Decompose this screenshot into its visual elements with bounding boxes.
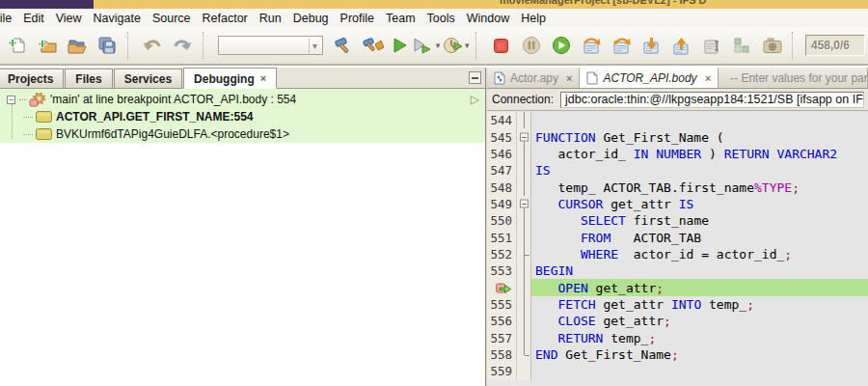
- menu-edit[interactable]: Edit: [17, 11, 50, 26]
- fold-margin[interactable]: [517, 112, 531, 128]
- line-number[interactable]: 553: [487, 262, 517, 279]
- configuration-combobox[interactable]: ▾: [218, 36, 323, 55]
- menu-run[interactable]: Run: [254, 11, 287, 26]
- tree-frame-label[interactable]: ACTOR_API.GET_FIRST_NAME:554: [52, 110, 254, 124]
- fold-margin[interactable]: [517, 296, 531, 313]
- step-over-button[interactable]: [578, 31, 606, 60]
- connection-field[interactable]: jdbc:oracle:thin:@//lkpgseapp184:1521/SB…: [560, 92, 864, 108]
- line-number[interactable]: 549: [487, 196, 517, 212]
- tree-expand-toggle[interactable]: −: [7, 96, 15, 104]
- tab-files[interactable]: Files: [65, 69, 112, 88]
- code-text[interactable]: RETURN temp_;: [531, 329, 868, 345]
- code-text[interactable]: OPEN get_attr;: [531, 279, 868, 295]
- fold-margin[interactable]: [517, 279, 531, 295]
- fold-margin[interactable]: [517, 146, 531, 162]
- run-to-cursor-button[interactable]: [698, 31, 726, 60]
- clean-build-button[interactable]: [359, 31, 387, 60]
- menu-window[interactable]: Window: [461, 11, 515, 26]
- menu-help[interactable]: Help: [515, 11, 552, 26]
- fold-margin[interactable]: [517, 246, 531, 262]
- line-number[interactable]: 558: [487, 346, 517, 363]
- save-all-button[interactable]: [94, 31, 122, 60]
- fold-margin[interactable]: −: [517, 128, 531, 145]
- line-number[interactable]: 548: [487, 179, 517, 195]
- close-icon[interactable]: ×: [566, 72, 572, 84]
- new-project-button[interactable]: [33, 31, 61, 60]
- line-number[interactable]: 555: [487, 296, 517, 313]
- editor-tab-actor-apy[interactable]: Actor.apy ×: [487, 68, 580, 88]
- menu-team[interactable]: Team: [380, 11, 421, 26]
- memory-meter[interactable]: 458,0/6: [805, 35, 865, 56]
- profile-project-button[interactable]: ▾: [442, 31, 470, 60]
- undo-button[interactable]: [139, 31, 167, 60]
- code-text[interactable]: FROM ACTOR_TAB: [531, 229, 868, 245]
- menu-refactor[interactable]: Refactor: [197, 11, 254, 26]
- take-gui-snapshot-button[interactable]: [758, 31, 786, 60]
- code-text[interactable]: FUNCTION Get_First_Name (: [531, 128, 868, 145]
- line-number[interactable]: 545: [487, 128, 517, 145]
- line-number[interactable]: 544: [487, 112, 517, 128]
- open-project-button[interactable]: [63, 31, 91, 60]
- fold-margin[interactable]: −: [517, 196, 531, 212]
- fold-margin[interactable]: [517, 313, 531, 329]
- code-text[interactable]: WHERE actor_id = actor_id_;: [531, 246, 868, 262]
- tree-row-frame[interactable]: ACTOR_API.GET_FIRST_NAME:554: [0, 108, 485, 125]
- tab-debugging[interactable]: Debugging ×: [183, 68, 277, 89]
- editor-tab-sql-console[interactable]: -- Enter values for your param: [719, 68, 868, 88]
- fold-margin[interactable]: [517, 229, 531, 245]
- continue-button[interactable]: [548, 31, 576, 60]
- build-button[interactable]: [329, 31, 357, 60]
- close-icon[interactable]: ×: [705, 72, 711, 84]
- line-number[interactable]: 551: [487, 229, 517, 245]
- tree-row-frame[interactable]: BVKUrmf6dTAPig4GuieDLFA.<procedure$1>: [0, 125, 485, 143]
- menu-navigate[interactable]: Navigate: [88, 11, 147, 26]
- fold-collapse-icon[interactable]: −: [520, 200, 529, 208]
- fold-collapse-icon[interactable]: −: [520, 133, 529, 142]
- menu-file[interactable]: File: [0, 11, 17, 26]
- code-text[interactable]: CLOSE get_attr;: [531, 313, 868, 329]
- close-icon[interactable]: ×: [260, 73, 266, 84]
- fold-margin[interactable]: [517, 346, 531, 363]
- line-number[interactable]: 550: [487, 212, 517, 229]
- line-number[interactable]: 556: [487, 313, 517, 329]
- line-number[interactable]: 552: [487, 246, 517, 262]
- redo-button[interactable]: [169, 31, 197, 60]
- run-project-button[interactable]: [389, 31, 409, 60]
- line-number[interactable]: 559: [487, 363, 517, 379]
- minimize-panel-button[interactable]: [469, 71, 481, 84]
- code-text[interactable]: [531, 363, 868, 379]
- line-number[interactable]: 557: [487, 329, 517, 345]
- code-text[interactable]: BEGIN: [531, 262, 868, 279]
- current-line-gutter[interactable]: [487, 279, 517, 295]
- code-text[interactable]: FETCH get_attr INTO temp_;: [531, 296, 868, 313]
- code-text[interactable]: [531, 112, 868, 128]
- apply-code-changes-button[interactable]: [728, 31, 756, 60]
- step-out-button[interactable]: [667, 31, 695, 60]
- menu-view[interactable]: View: [50, 11, 88, 26]
- finish-debugger-button[interactable]: [487, 31, 515, 60]
- step-over-expression-button[interactable]: [608, 31, 636, 60]
- debug-project-button[interactable]: ▾: [412, 31, 441, 60]
- line-number[interactable]: 547: [487, 162, 517, 179]
- code-editor[interactable]: 544545−FUNCTION Get_First_Name (546 acto…: [487, 111, 868, 386]
- step-into-button[interactable]: [637, 31, 665, 60]
- line-number[interactable]: 546: [487, 146, 517, 162]
- code-text[interactable]: CURSOR get_attr IS: [531, 196, 868, 212]
- menu-profile[interactable]: Profile: [335, 11, 380, 26]
- fold-margin[interactable]: [517, 162, 531, 179]
- menu-debug[interactable]: Debug: [287, 11, 335, 26]
- pause-button[interactable]: [517, 31, 545, 60]
- fold-margin[interactable]: [517, 179, 531, 195]
- fold-margin[interactable]: [517, 363, 531, 379]
- tab-projects[interactable]: Projects: [0, 69, 64, 88]
- fold-margin[interactable]: [517, 212, 531, 229]
- tree-root-label[interactable]: 'main' at line breakpoint ACTOR_API.body…: [46, 93, 296, 106]
- code-text[interactable]: END Get_First_Name;: [531, 346, 868, 363]
- code-text[interactable]: actor_id_ IN NUMBER ) RETURN VARCHAR2: [531, 146, 868, 162]
- code-text[interactable]: temp_ ACTOR_TAB.first_name%TYPE;: [531, 179, 868, 195]
- code-text[interactable]: SELECT first_name: [531, 212, 868, 229]
- tree-frame-label[interactable]: BVKUrmf6dTAPig4GuieDLFA.<procedure$1>: [52, 127, 289, 141]
- new-file-button[interactable]: [3, 31, 31, 60]
- fold-margin[interactable]: [517, 262, 531, 279]
- code-text[interactable]: IS: [531, 162, 868, 179]
